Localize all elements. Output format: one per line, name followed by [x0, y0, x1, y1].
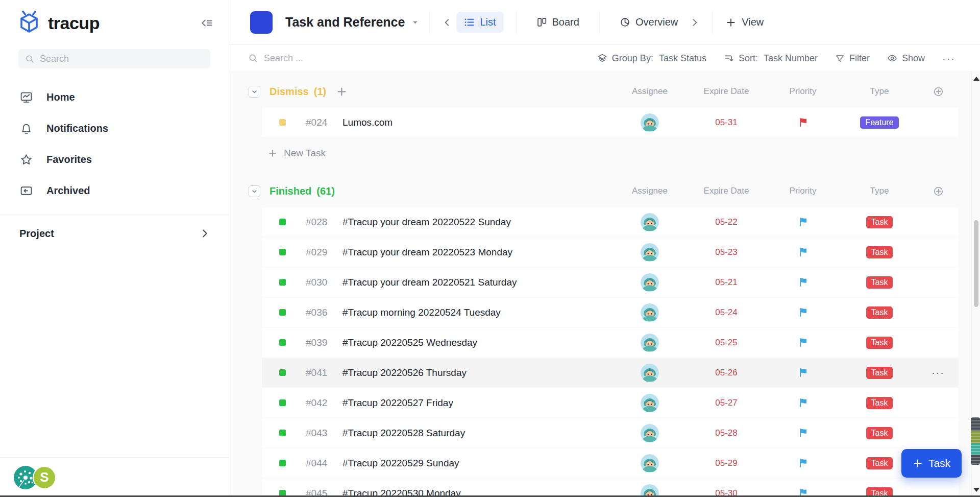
expire-date[interactable]: 05-31 [688, 117, 765, 128]
row-more-button[interactable]: ··· [932, 367, 945, 378]
type-badge[interactable]: Task [866, 337, 893, 349]
type-badge[interactable]: Task [866, 216, 893, 228]
expire-date[interactable]: 05-27 [688, 398, 765, 408]
group-checkbox[interactable] [249, 86, 260, 98]
task-row[interactable]: #036#Tracup morning 20220524 Tuesday05-2… [262, 298, 959, 327]
group-checkbox[interactable] [249, 185, 260, 197]
priority-flag-icon[interactable] [798, 428, 808, 438]
task-row[interactable]: #028#Tracup your dream 20220522 Sunday05… [262, 207, 959, 236]
group-add-icon[interactable] [336, 86, 347, 97]
expire-date[interactable]: 05-24 [688, 307, 765, 318]
task-row[interactable]: #029#Tracup your dream 20220523 Monday05… [262, 238, 959, 267]
task-row[interactable]: #030#Tracup your dream 20220521 Saturday… [262, 268, 959, 297]
status-dot[interactable] [279, 430, 286, 436]
assignee-avatar[interactable] [641, 113, 659, 132]
type-badge[interactable]: Task [866, 246, 893, 258]
task-title[interactable]: #Tracup 20220525 Wednesday [342, 337, 477, 348]
type-badge[interactable]: Feature [860, 116, 898, 129]
assignee-avatar[interactable] [641, 394, 659, 412]
toolbar-more-button[interactable]: ··· [942, 53, 955, 64]
task-row[interactable]: #024 Lumos.com 05-31 Feature [262, 108, 959, 137]
priority-flag-icon[interactable] [798, 307, 808, 318]
task-title[interactable]: #Tracup your dream 20220522 Sunday [342, 217, 511, 228]
task-row[interactable]: #044#Tracup 20220529 Sunday05-29Task [262, 448, 959, 478]
tab-board[interactable]: Board [529, 12, 587, 33]
assignee-avatar[interactable] [641, 273, 659, 292]
new-task-button[interactable]: New Task [268, 143, 959, 163]
task-title[interactable]: #Tracup 20220526 Thursday [342, 367, 467, 378]
assignee-avatar[interactable] [641, 364, 659, 382]
status-dot[interactable] [279, 219, 286, 225]
add-column-icon[interactable] [933, 186, 944, 197]
priority-flag-icon[interactable] [798, 277, 808, 288]
type-badge[interactable]: Task [866, 306, 893, 319]
task-search[interactable] [248, 53, 417, 64]
add-task-fab-button[interactable]: Task [901, 449, 962, 478]
task-title[interactable]: #Tracup your dream 20220521 Saturday [342, 277, 517, 288]
scrollbar-up-arrow[interactable] [973, 77, 979, 81]
assignee-avatar[interactable] [641, 303, 659, 322]
expire-date[interactable]: 05-22 [688, 217, 765, 227]
add-column-icon[interactable] [933, 86, 944, 97]
tabs-scroll-left-button[interactable] [440, 17, 454, 28]
task-title[interactable]: #Tracup 20220529 Sunday [342, 458, 459, 469]
status-dot[interactable] [279, 309, 286, 316]
assignee-avatar[interactable] [641, 213, 659, 231]
status-dot[interactable] [279, 339, 286, 346]
sidebar-search-input[interactable] [40, 54, 204, 64]
sort-control[interactable]: Sort: Task Number [724, 53, 818, 64]
scrollbar-thumb[interactable] [974, 220, 978, 307]
workspace-badge[interactable]: S [33, 466, 56, 489]
project-color-square[interactable] [250, 11, 273, 34]
task-row[interactable]: #039#Tracup 20220525 Wednesday05-25Task [262, 328, 959, 357]
status-dot[interactable] [279, 399, 286, 406]
title-caret-icon[interactable] [411, 18, 419, 26]
sidebar-item-home[interactable]: Home [0, 82, 229, 113]
priority-flag-icon[interactable] [798, 458, 808, 468]
assignee-avatar[interactable] [641, 454, 659, 472]
tab-list[interactable]: List [456, 12, 503, 33]
priority-flag-icon[interactable] [798, 217, 808, 227]
expire-date[interactable]: 05-29 [688, 458, 765, 468]
expire-date[interactable]: 05-28 [688, 428, 765, 438]
group-by-control[interactable]: Group By: Task Status [597, 53, 706, 64]
task-row[interactable]: #045#Tracup 20220530 Monday05-30Task [262, 479, 959, 497]
task-title[interactable]: #Tracup 20220528 Saturday [342, 428, 465, 439]
status-dot[interactable] [279, 119, 286, 126]
task-title[interactable]: Lumos.com [342, 117, 393, 128]
show-control[interactable]: Show [887, 53, 925, 64]
status-dot[interactable] [279, 279, 286, 286]
type-badge[interactable]: Task [866, 276, 893, 289]
sidebar-item-project[interactable]: Project [0, 215, 229, 252]
expire-date[interactable]: 05-25 [688, 338, 765, 348]
status-dot[interactable] [279, 369, 286, 376]
priority-flag-icon[interactable] [798, 397, 808, 408]
group-name[interactable]: Finished [270, 185, 311, 197]
assignee-avatar[interactable] [641, 243, 659, 262]
priority-flag-icon[interactable] [798, 117, 808, 128]
assignee-avatar[interactable] [641, 334, 659, 352]
type-badge[interactable]: Task [866, 367, 893, 379]
status-dot[interactable] [279, 249, 286, 255]
task-row[interactable]: #041#Tracup 20220526 Thursday05-26Task··… [262, 358, 959, 387]
add-view-button[interactable]: View [726, 16, 764, 28]
type-badge[interactable]: Task [866, 427, 893, 439]
task-row[interactable]: #042#Tracup 20220527 Friday05-27Task [262, 388, 959, 417]
priority-flag-icon[interactable] [798, 247, 808, 257]
vertical-scrollbar[interactable] [971, 73, 980, 497]
scrollbar-down-arrow[interactable] [973, 488, 979, 492]
tab-overview[interactable]: Overview [612, 12, 685, 33]
sidebar-item-favorites[interactable]: Favorites [0, 144, 229, 175]
status-dot[interactable] [279, 460, 286, 466]
expire-date[interactable]: 05-21 [688, 277, 765, 288]
task-row[interactable]: #043#Tracup 20220528 Saturday05-28Task [262, 418, 959, 447]
expire-date[interactable]: 05-26 [688, 368, 765, 378]
task-title[interactable]: #Tracup your dream 20220523 Monday [342, 247, 512, 258]
priority-flag-icon[interactable] [798, 337, 808, 348]
priority-flag-icon[interactable] [798, 367, 808, 378]
sidebar-item-archived[interactable]: Archived [0, 175, 229, 206]
tabs-scroll-right-button[interactable] [688, 17, 702, 28]
task-search-input[interactable] [264, 53, 417, 64]
expire-date[interactable]: 05-23 [688, 247, 765, 257]
group-name[interactable]: Dismiss [270, 86, 309, 98]
